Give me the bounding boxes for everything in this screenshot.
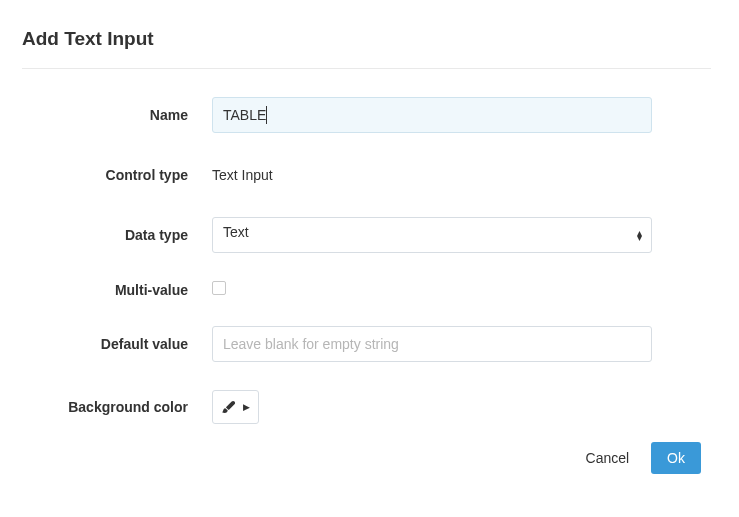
form: Name TABLE Control type Text Input Data … <box>22 97 711 424</box>
row-default-value: Default value <box>22 326 711 362</box>
data-type-select[interactable]: Text <box>212 217 652 253</box>
label-background-color: Background color <box>22 399 212 415</box>
row-background-color: Background color ▶ <box>22 390 711 424</box>
control-type-value: Text Input <box>212 161 652 189</box>
cancel-button[interactable]: Cancel <box>582 442 634 474</box>
name-input[interactable]: TABLE <box>212 97 652 133</box>
default-value-input[interactable] <box>212 326 652 362</box>
text-cursor <box>266 106 267 124</box>
name-input-value: TABLE <box>223 107 266 123</box>
multi-value-checkbox[interactable] <box>212 281 226 295</box>
row-control-type: Control type Text Input <box>22 161 711 189</box>
label-control-type: Control type <box>22 167 212 183</box>
caret-right-icon: ▶ <box>243 402 250 412</box>
row-name: Name TABLE <box>22 97 711 133</box>
label-multi-value: Multi-value <box>22 282 212 298</box>
divider <box>22 68 711 69</box>
label-name: Name <box>22 107 212 123</box>
label-default-value: Default value <box>22 336 212 352</box>
row-data-type: Data type Text ▴▾ <box>22 217 711 253</box>
dialog-title: Add Text Input <box>22 28 711 50</box>
row-multi-value: Multi-value <box>22 281 711 298</box>
dialog-footer: Cancel Ok <box>22 442 711 474</box>
brush-icon <box>221 399 237 415</box>
ok-button[interactable]: Ok <box>651 442 701 474</box>
label-data-type: Data type <box>22 227 212 243</box>
background-color-picker[interactable]: ▶ <box>212 390 259 424</box>
